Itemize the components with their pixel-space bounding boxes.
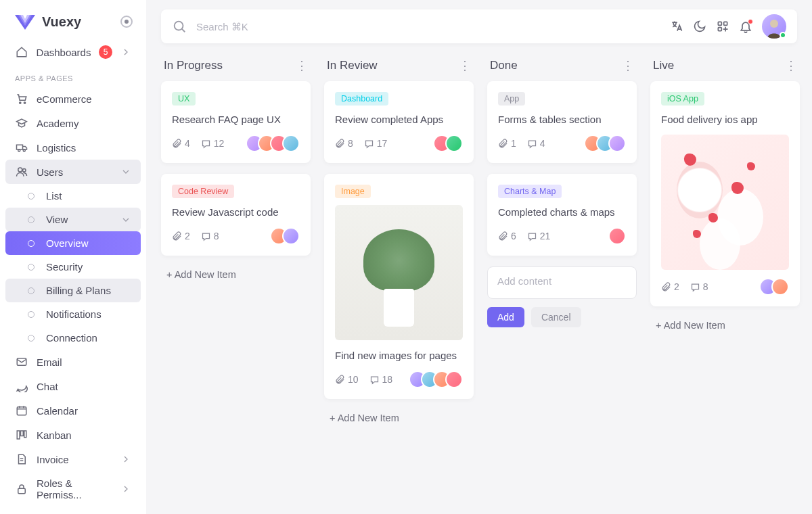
- sidebar-item-label: Chat: [37, 381, 131, 392]
- card[interactable]: Charts & Map Completed charts & maps 6 2…: [487, 174, 637, 256]
- svg-point-13: [175, 22, 183, 30]
- sidebar-item-label: Notifications: [46, 308, 131, 320]
- sidebar-item-logistics[interactable]: Logistics: [5, 135, 141, 160]
- topbar: [161, 9, 797, 43]
- chat-icon: [15, 380, 28, 392]
- column-title: Done: [490, 59, 518, 72]
- column-done: Done ⋮ App Forms & tables section 1 4 Ch…: [487, 58, 637, 327]
- column-title: Live: [653, 59, 674, 72]
- card-title: Food delivery ios app: [661, 112, 789, 126]
- bell-icon[interactable]: [739, 20, 752, 33]
- sidebar-item-calendar[interactable]: Calendar: [5, 398, 141, 423]
- sidebar-item-email[interactable]: Email: [5, 350, 141, 374]
- svg-point-1: [24, 102, 25, 103]
- card[interactable]: Image Find new images for pages 10 18: [324, 174, 474, 399]
- bullet-icon: [28, 311, 35, 318]
- attachment-count: 2: [661, 281, 679, 292]
- sidebar-item-users[interactable]: Users: [5, 160, 141, 184]
- search-icon[interactable]: [172, 19, 187, 34]
- kanban-board: In Progress ⋮ UX Research FAQ page UX 4 …: [161, 58, 797, 426]
- bullet-icon: [28, 287, 35, 294]
- column-menu-icon[interactable]: ⋮: [785, 58, 797, 73]
- card[interactable]: App Forms & tables section 1 4: [487, 81, 637, 163]
- sidebar-item-label: Roles & Permiss...: [37, 477, 112, 500]
- chevron-down-icon: [120, 214, 131, 225]
- sidebar-item-label: Invoice: [37, 454, 112, 465]
- cart-icon: [15, 93, 28, 105]
- add-item-button[interactable]: + Add New Item: [324, 410, 474, 426]
- bullet-icon: [28, 335, 35, 342]
- sidebar-item-label: Calendar: [37, 405, 131, 417]
- sidebar-item-ecommerce[interactable]: eCommerce: [5, 87, 141, 111]
- card[interactable]: Dashboard Review completed Apps 8 17: [324, 81, 474, 163]
- theme-icon[interactable]: [693, 20, 706, 33]
- notification-dot: [748, 19, 753, 24]
- svg-rect-15: [724, 22, 727, 25]
- home-icon: [15, 46, 28, 58]
- svg-point-0: [20, 102, 21, 103]
- sidebar-item-security[interactable]: Security: [5, 255, 141, 279]
- attachment-count: 4: [172, 138, 190, 149]
- comment-count: 4: [527, 138, 545, 149]
- card-title: Research FAQ page UX: [172, 112, 300, 126]
- sidebar-item-roles[interactable]: Roles & Permiss...: [5, 471, 141, 507]
- add-item-button[interactable]: + Add New Item: [650, 317, 800, 333]
- comment-count: 18: [369, 374, 393, 385]
- sidebar-item-label: Dashboards: [37, 47, 91, 58]
- kanban-icon: [15, 429, 28, 441]
- svg-point-6: [23, 169, 26, 172]
- bullet-icon: [28, 264, 35, 271]
- card[interactable]: Code Review Review Javascript code 2 8: [161, 174, 311, 256]
- search-input[interactable]: [196, 21, 424, 32]
- column-live: Live ⋮ iOS App Food delivery ios app 2 8…: [650, 58, 800, 333]
- language-icon[interactable]: [670, 20, 683, 33]
- sidebar-item-list[interactable]: List: [5, 184, 141, 208]
- column-menu-icon[interactable]: ⋮: [622, 58, 634, 73]
- sidebar-item-invoice[interactable]: Invoice: [5, 447, 141, 471]
- bullet-icon: [28, 240, 35, 247]
- add-item-button[interactable]: + Add New Item: [161, 266, 311, 283]
- card[interactable]: iOS App Food delivery ios app 2 8: [650, 81, 800, 306]
- cancel-button[interactable]: Cancel: [531, 307, 581, 327]
- sidebar-item-label: View: [46, 214, 112, 225]
- comment-count: 12: [201, 138, 225, 149]
- sidebar-item-label: List: [46, 190, 131, 202]
- sidebar-item-overview[interactable]: Overview: [5, 231, 141, 255]
- logo-icon: [14, 14, 37, 30]
- apps-icon[interactable]: [716, 20, 729, 33]
- dashboards-badge: 5: [99, 45, 112, 59]
- card-title: Forms & tables section: [498, 112, 626, 126]
- bullet-icon: [28, 216, 35, 223]
- comment-count: 8: [201, 231, 219, 241]
- sidebar-item-academy[interactable]: Academy: [5, 111, 141, 135]
- card-tag: Code Review: [172, 185, 234, 198]
- add-button[interactable]: Add: [487, 307, 524, 327]
- sidebar-item-billing[interactable]: Billing & Plans: [5, 279, 141, 302]
- chevron-right-icon: [120, 454, 131, 465]
- column-menu-icon[interactable]: ⋮: [459, 58, 471, 73]
- comment-count: 8: [690, 281, 708, 292]
- sidebar-item-label: Email: [37, 356, 131, 368]
- sidebar-item-label: Academy: [37, 118, 131, 129]
- sidebar-item-notifications[interactable]: Notifications: [5, 302, 141, 326]
- sidebar-item-chat[interactable]: Chat: [5, 374, 141, 398]
- sidebar-item-connection[interactable]: Connection: [5, 326, 141, 350]
- svg-point-4: [23, 149, 25, 151]
- column-in-progress: In Progress ⋮ UX Research FAQ page UX 4 …: [161, 58, 311, 283]
- card[interactable]: UX Research FAQ page UX 4 12: [161, 81, 311, 163]
- column-menu-icon[interactable]: ⋮: [296, 58, 308, 73]
- sidebar-item-view[interactable]: View: [5, 208, 141, 231]
- sidebar-item-kanban[interactable]: Kanban: [5, 423, 141, 447]
- card-avatars: [409, 371, 463, 388]
- sidebar-pin-icon[interactable]: [120, 16, 133, 28]
- new-card-input[interactable]: [487, 266, 637, 299]
- users-icon: [15, 166, 28, 178]
- user-avatar[interactable]: [762, 14, 786, 39]
- academy-icon: [15, 117, 28, 129]
- svg-rect-8: [17, 407, 26, 415]
- brand[interactable]: Vuexy: [5, 7, 141, 39]
- svg-point-17: [770, 20, 778, 28]
- new-card-field[interactable]: [497, 275, 627, 287]
- sidebar-item-dashboards[interactable]: Dashboards 5: [5, 39, 141, 65]
- sidebar: Vuexy Dashboards 5 APPS & PAGES eCommerc…: [0, 0, 146, 514]
